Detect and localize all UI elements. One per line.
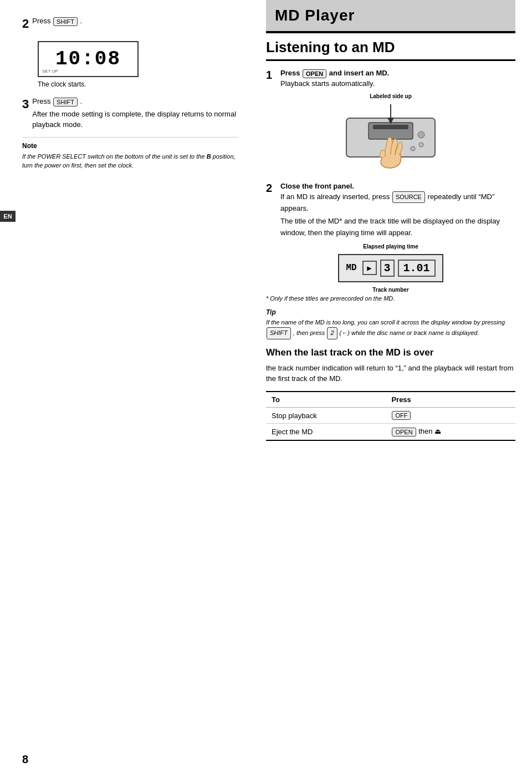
- right-step-2-number: 2: [266, 182, 276, 195]
- right-step-1-content: Press OPEN and insert an MD. Playback st…: [280, 69, 515, 89]
- right-step-2-row: 2 Close the front panel. If an MD is alr…: [266, 182, 515, 240]
- tip-text2: , then press: [293, 329, 325, 336]
- step1-sub: Playback starts automatically.: [280, 79, 515, 88]
- off-key: OFF: [392, 411, 411, 420]
- md-play-icon: ▶: [362, 261, 377, 275]
- source-key: SOURCE: [392, 191, 425, 204]
- step-2-row: 2 Press SHIFT .: [22, 17, 238, 31]
- right-column: MD Player Listening to an MD 1 Press OPE…: [255, 0, 532, 777]
- en-badge: EN: [0, 211, 16, 222]
- step1-insert: and insert an MD.: [329, 69, 389, 77]
- tip-box: Tip If the name of the MD is too long, y…: [266, 307, 515, 339]
- svg-point-4: [419, 143, 423, 147]
- tip-text3: while the disc name or track name is dis…: [351, 329, 479, 336]
- step-2-content: Press SHIFT .: [32, 17, 238, 26]
- md-device-svg: [335, 101, 446, 174]
- svg-point-3: [418, 131, 424, 138]
- eject-suffix: then ⏏: [418, 427, 441, 435]
- note-text: If the POWER SELECT switch on the bottom…: [22, 152, 238, 170]
- shift-key-1: SHIFT: [53, 17, 78, 26]
- table-cell-press-1: OFF: [386, 407, 515, 424]
- when-last-title: When the last track on the MD is over: [266, 347, 515, 358]
- step-2-number: 2: [22, 17, 29, 31]
- left-column: 2 Press SHIFT . SET UP 10:08 The clock s…: [0, 0, 255, 777]
- note-title: Note: [22, 142, 238, 150]
- step-3-row: 3 Press SHIFT . After the mode setting i…: [22, 97, 238, 130]
- asterisk-note: * Only if these titles are prerecorded o…: [266, 295, 515, 302]
- table-cell-to-2: Eject the MD: [266, 424, 386, 440]
- md-text: MD: [346, 263, 356, 273]
- when-last-text: the track number indication will return …: [266, 363, 515, 384]
- step-2-press: Press: [32, 17, 50, 25]
- step-3-number: 3: [22, 97, 29, 111]
- elapsed-label: Elapsed playing time: [266, 243, 515, 250]
- tip-title: Tip: [266, 307, 515, 318]
- open-key-2: OPEN: [392, 428, 416, 436]
- step2-body1: If an MD is already inserted, press SOUR…: [280, 191, 515, 215]
- md-insert-illustration: Labeled side up: [266, 93, 515, 175]
- note-box: Note If the POWER SELECT switch on the b…: [22, 137, 238, 175]
- md-display-container: Elapsed playing time MD ▶ 3 1.01 Track: [266, 243, 515, 293]
- step2-heading: Close the front panel.: [280, 182, 515, 190]
- num-key-tip: 2: [327, 327, 337, 339]
- clock-time: 10:08: [55, 48, 121, 70]
- labeled-side-up: Labeled side up: [266, 93, 515, 99]
- listening-section-title: Listening to an MD: [266, 39, 515, 61]
- right-step-2-content: Close the front panel. If an MD is alrea…: [280, 182, 515, 240]
- clock-starts-text: The clock starts.: [38, 80, 238, 88]
- section-divider: [266, 31, 515, 33]
- shift-key-tip: SHIFT: [267, 327, 291, 339]
- shift-key-2: SHIFT: [53, 98, 78, 106]
- svg-point-5: [411, 146, 415, 151]
- step-3-press: Press: [32, 97, 50, 105]
- table-row: Stop playback OFF: [266, 407, 515, 424]
- tip-arrow: (←): [340, 329, 350, 336]
- clock-display: SET UP 10:08: [38, 41, 139, 77]
- action-table: To Press Stop playback OFF Eject the MD …: [266, 391, 515, 441]
- step-3-desc: After the mode setting is complete, the …: [32, 109, 238, 130]
- step-2-period: .: [80, 17, 83, 25]
- step1-press: Press: [280, 69, 300, 77]
- tip-text1: If the name of the MD is too long, you c…: [266, 319, 505, 326]
- table-row: Eject the MD OPEN then ⏏: [266, 424, 515, 440]
- table-col-to: To: [266, 392, 386, 408]
- svg-rect-2: [373, 125, 408, 129]
- md-player-title: MD Player: [275, 7, 507, 24]
- md-time: 1.01: [398, 260, 436, 277]
- table-col-press: Press: [386, 392, 515, 408]
- right-step-1-number: 1: [266, 69, 276, 82]
- page-number: 8: [22, 753, 28, 766]
- set-up-label: SET UP: [42, 69, 58, 74]
- table-cell-press-2: OPEN then ⏏: [386, 424, 515, 440]
- md-display-box: MD ▶ 3 1.01: [338, 254, 443, 282]
- open-key-1: OPEN: [303, 69, 326, 78]
- step-3-content: Press SHIFT . After the mode setting is …: [32, 97, 238, 130]
- table-cell-to-1: Stop playback: [266, 407, 386, 424]
- track-number-label: Track number: [266, 287, 515, 293]
- step2-body2: The title of the MD* and the track title…: [280, 216, 515, 239]
- right-step-1-row: 1 Press OPEN and insert an MD. Playback …: [266, 69, 515, 89]
- md-track: 3: [380, 260, 395, 277]
- md-player-header: MD Player: [266, 0, 515, 31]
